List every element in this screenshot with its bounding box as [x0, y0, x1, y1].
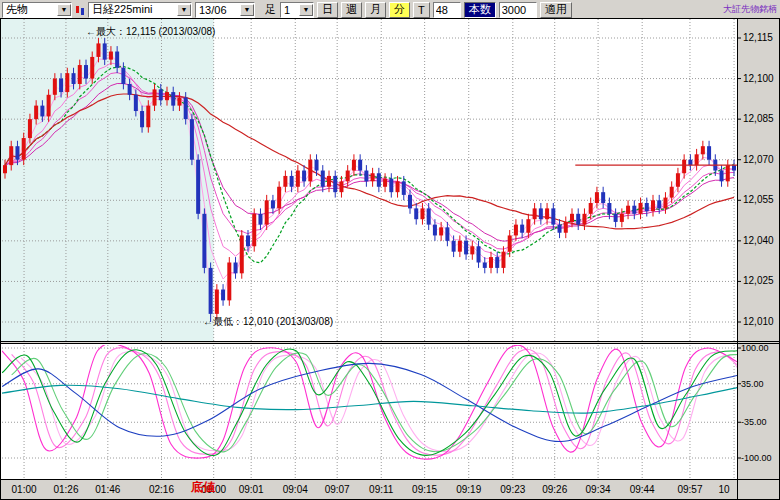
period-minute-button[interactable]: 分	[389, 2, 410, 18]
market-select[interactable]: 先物 ▼	[2, 2, 72, 18]
interval-select[interactable]: 1 ▼	[280, 2, 314, 18]
interval-select-value: 1	[284, 4, 290, 16]
time-axis-label: 09:26	[542, 484, 567, 495]
time-axis-label: 09:34	[586, 484, 611, 495]
time-axis-label: 09:23	[500, 484, 525, 495]
period-month-button[interactable]: 月	[365, 2, 386, 18]
time-axis-label: 01:00	[12, 484, 37, 495]
price-tick-label: 12,070	[743, 154, 774, 165]
osc-tick-label: -100.00	[741, 453, 772, 463]
period-week-button[interactable]: 週	[341, 2, 362, 18]
time-axis-label: 02:16	[149, 484, 174, 495]
price-tick-label: 12,085	[743, 113, 774, 124]
market-select-arrow-icon[interactable]: ▼	[57, 4, 71, 16]
symbol-select[interactable]: 日経225mini ▼	[88, 2, 192, 18]
contract-select-value: 13/06	[199, 4, 227, 16]
apply-button[interactable]: 適用	[540, 2, 572, 18]
time-axis-label: 09:07	[325, 484, 350, 495]
symbol-select-arrow-icon[interactable]: ▼	[177, 4, 191, 16]
symbol-select-value: 日経225mini	[92, 2, 153, 17]
chart-region: 12,11512,10012,08512,07012,05512,04012,0…	[0, 18, 780, 500]
contract-select-arrow-icon[interactable]: ▼	[240, 4, 254, 16]
corner-settings-link[interactable]: 大証先物銘柄	[723, 3, 777, 16]
time-axis-label: 09:57	[677, 484, 702, 495]
osc-tick-label: -35.00	[741, 417, 767, 427]
time-axis-label: 09:44	[630, 484, 655, 495]
price-tick-label: 12,115	[743, 32, 773, 43]
price-tick-label: 12,040	[743, 235, 774, 246]
time-axis-label: 09:15	[412, 484, 437, 495]
tick-button[interactable]: T	[413, 2, 430, 18]
time-axis-label: 10	[718, 484, 730, 495]
osc-tick-label: 35.00	[741, 379, 764, 389]
time-axis-label: 09:19	[456, 484, 481, 495]
time-axis-label: 01:26	[53, 484, 78, 495]
period-day-button[interactable]: 日	[317, 2, 338, 18]
price-chart-canvas[interactable]: 12,11512,10012,08512,07012,05512,04012,0…	[0, 18, 780, 500]
price-tick-label: 12,100	[743, 73, 774, 84]
market-select-value: 先物	[6, 2, 28, 17]
osc-tick-label: 100.00	[741, 343, 769, 353]
bar-count-button[interactable]: 本数	[464, 2, 496, 18]
contract-select[interactable]: 13/06 ▼	[195, 2, 255, 18]
candle-icon	[75, 4, 85, 16]
price-tick-label: 12,025	[743, 275, 774, 286]
count-input[interactable]	[433, 2, 461, 18]
time-axis-label: 01:46	[95, 484, 120, 495]
price-tick-label: 12,055	[743, 194, 774, 205]
interval-select-arrow-icon[interactable]: ▼	[299, 4, 313, 16]
toolbar: 先物 ▼ 日経225mini ▼ 13/06 ▼ 足 1 ▼ 日 週 月 分 T…	[0, 0, 780, 18]
bar-type-label: 足	[264, 2, 277, 17]
time-axis-label: 09:11	[369, 484, 394, 495]
chart-app-window: 先物 ▼ 日経225mini ▼ 13/06 ▼ 足 1 ▼ 日 週 月 分 T…	[0, 0, 780, 500]
bars-input[interactable]	[499, 2, 537, 18]
time-axis-label: 09:01	[239, 484, 264, 495]
time-axis-label: 09:00	[201, 484, 226, 495]
price-tick-label: 12,010	[743, 316, 774, 327]
time-axis-label: 09:04	[283, 484, 308, 495]
